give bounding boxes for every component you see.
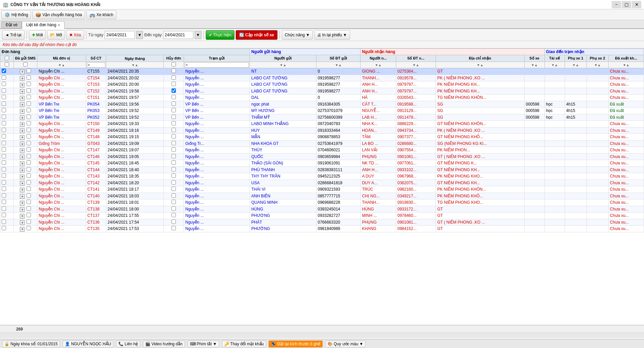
filter-icon-1[interactable]: ▼▲ [58, 63, 65, 67]
tro-lai-button[interactable]: ◄ Trở lại [2, 30, 25, 40]
cell-huy-don[interactable] [164, 206, 184, 212]
cell-huy-don[interactable] [164, 193, 184, 199]
cell-sms[interactable]: + [14, 186, 37, 193]
expand-icon[interactable]: + [20, 161, 25, 166]
video-button[interactable]: 🎬 Video hướng dẫn [143, 341, 185, 347]
table-row[interactable]: + VP Bến TrePK05324/04/2021 19:52VP Bến … [0, 108, 644, 114]
cell-chon[interactable] [0, 193, 14, 199]
filter-sms-input[interactable] [23, 62, 28, 67]
expand-icon[interactable]: + [20, 115, 25, 120]
cell-sms[interactable]: + [14, 160, 37, 167]
tab-dat-ve[interactable]: Đặt vé [1, 21, 22, 28]
table-row[interactable]: + Nguyễn Chi ...CT13724/04/2021 17:55Ngu… [0, 212, 644, 219]
cell-huy-don[interactable] [164, 173, 184, 180]
cell-sms[interactable]: + [14, 140, 37, 147]
table-row[interactable]: + Nguyễn Chi ...CT14924/04/2021 19:16Ngu… [0, 127, 644, 134]
cell-huy-don[interactable] [164, 180, 184, 186]
expand-icon[interactable]: + [20, 102, 25, 107]
expand-icon[interactable]: + [20, 76, 25, 81]
cell-chon[interactable] [0, 140, 14, 147]
expand-icon[interactable]: + [20, 155, 25, 159]
table-row[interactable]: + Nguyễn Chi ...CT14624/04/2021 19:05Ngu… [0, 153, 644, 160]
cell-sms[interactable]: + [14, 147, 37, 154]
thuc-hien-button[interactable]: ✔ Thực hiện [206, 30, 234, 40]
cell-sms[interactable]: + [14, 121, 37, 127]
cell-huy-don[interactable] [164, 226, 184, 232]
cell-huy-don[interactable] [164, 108, 184, 114]
expand-icon[interactable]: + [20, 142, 25, 146]
cell-sms[interactable]: + [14, 134, 37, 141]
cell-chon[interactable] [0, 108, 14, 114]
cell-sms[interactable]: + [14, 226, 37, 232]
close-button[interactable]: ✕ [632, 1, 641, 8]
cell-huy-don[interactable] [164, 75, 184, 81]
mo-button[interactable]: 📂 Mở [47, 30, 65, 40]
expand-icon[interactable]: + [20, 109, 25, 114]
cell-chon[interactable] [0, 121, 14, 127]
cell-sms[interactable]: + [14, 212, 37, 219]
cell-huy-don[interactable] [164, 212, 184, 219]
cell-huy-don[interactable] [164, 199, 184, 206]
cell-chon[interactable] [0, 127, 14, 134]
cell-huy-don[interactable] [164, 121, 184, 127]
expand-icon[interactable]: + [20, 194, 25, 199]
table-row[interactable]: + Nguyễn Chi ...CT15024/04/2021 19:33Ngu… [0, 121, 644, 127]
menu-he-thong[interactable]: ⚙️ Hệ thống [1, 10, 31, 19]
horizontal-scrollbar[interactable] [0, 333, 644, 338]
quy-uoc-mau-button[interactable]: 🎨 Quy ước màu ▼ [325, 341, 366, 347]
lien-he-button[interactable]: 📞 Liên hệ [116, 341, 140, 347]
cell-sms[interactable]: + [14, 88, 37, 94]
mat-khau-button[interactable]: 🔑 Thay đổi mật khẩu [222, 341, 266, 347]
expand-icon[interactable]: + [20, 96, 25, 101]
cell-chon[interactable] [0, 186, 14, 193]
cell-huy-don[interactable] [164, 114, 184, 121]
cell-sms[interactable]: + [14, 180, 37, 186]
expand-icon[interactable]: + [20, 181, 25, 186]
den-ngay-input[interactable] [163, 31, 193, 39]
filter-icon-12[interactable]: ▼▲ [623, 63, 630, 67]
table-row[interactable]: + Nguyễn Chi ...CT14424/04/2021 18:40Ngu… [0, 166, 644, 173]
cell-chon[interactable] [0, 173, 14, 180]
table-row[interactable]: + Nguyễn Chi ...CT15224/04/2021 19:58Ngu… [0, 88, 644, 94]
table-row[interactable]: + Nguyễn Chi ...CT15424/04/2021 20:02Ngu… [0, 75, 644, 81]
table-row[interactable]: + Nguyễn Chi ...CT14324/04/2021 18:35Ngu… [0, 173, 644, 180]
table-row[interactable]: + Nguyễn Chi ...CT14724/04/2021 19:07Ngu… [0, 147, 644, 154]
cell-chon[interactable] [0, 160, 14, 167]
cell-huy-don[interactable] [164, 153, 184, 160]
expand-icon[interactable]: + [20, 83, 25, 87]
cell-chon[interactable] [0, 88, 14, 94]
cell-huy-don[interactable] [164, 88, 184, 94]
cell-huy-don[interactable] [164, 68, 184, 75]
cell-sms[interactable]: + [14, 166, 37, 173]
expand-icon[interactable]: + [20, 70, 25, 74]
cell-huy-don[interactable] [164, 101, 184, 108]
tab-close-icon[interactable]: ✕ [58, 23, 60, 27]
expand-icon[interactable]: + [20, 207, 25, 212]
filter-icon-9[interactable]: ▼▲ [551, 63, 558, 67]
cell-chon[interactable] [0, 153, 14, 160]
cell-chon[interactable] [0, 199, 14, 206]
cell-chon[interactable] [0, 206, 14, 212]
cap-nhat-button[interactable]: 🔄 Cập nhật số xe [236, 30, 277, 40]
cell-sms[interactable]: + [14, 173, 37, 180]
cell-sms[interactable]: + [14, 193, 37, 199]
cell-sms[interactable]: + [14, 127, 37, 134]
table-row[interactable]: + Nguyễn Chi ...CT15524/04/2021 20:35Ngu… [0, 68, 644, 75]
filter-icon-8[interactable]: ▼▲ [531, 63, 538, 67]
menu-xe-khach[interactable]: 🚌 Xe khách [86, 10, 116, 19]
phim-tat-button[interactable]: ⌨ Phím tắt ▼ [188, 341, 219, 347]
filter-icon-11[interactable]: ▼▲ [594, 63, 601, 67]
cell-sms[interactable]: + [14, 81, 37, 88]
cell-sms[interactable]: + [14, 114, 37, 121]
cell-huy-don[interactable] [164, 147, 184, 154]
chuc-nang-button[interactable]: Chức năng ▼ [282, 30, 313, 40]
moi-button[interactable]: ✚ Mới [29, 30, 46, 40]
cell-chon[interactable] [0, 212, 14, 219]
table-row[interactable]: + Nguyễn Chi ...CT13924/04/2021 18:01Ngu… [0, 199, 644, 206]
cell-sms[interactable]: + [14, 75, 37, 81]
filter-icon-4[interactable]: ▼▲ [335, 63, 342, 67]
cell-huy-don[interactable] [164, 219, 184, 226]
cell-sms[interactable]: + [14, 153, 37, 160]
table-row[interactable]: + Nguyễn Chi ...CT14524/04/2021 18:45Ngu… [0, 160, 644, 167]
cell-chon[interactable] [0, 81, 14, 88]
